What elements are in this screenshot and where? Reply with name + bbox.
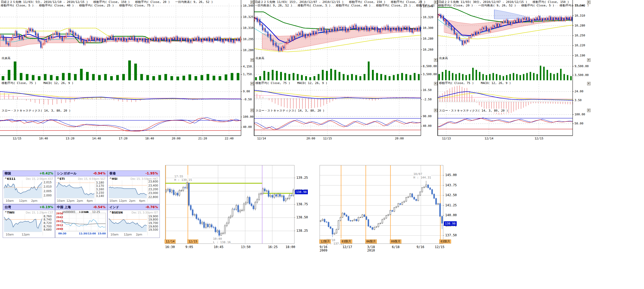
- y-axis-tick-label: 19,500: [148, 228, 158, 231]
- market-name: インド: [109, 204, 119, 210]
- x-axis-tick-label: 10am: [6, 199, 14, 202]
- y-axis-tick-label: 145.00: [445, 173, 457, 177]
- price-annotation: 17:55 H : 139.15: [174, 175, 192, 182]
- x-axis-tick-label: 16:30: [165, 245, 175, 249]
- x-axis-tick-label: 18:00: [286, 245, 295, 249]
- x-axis-tick-label: 11:30/13:00: [79, 232, 96, 235]
- y-axis-tick-label: 100.00: [575, 113, 585, 116]
- x-axis-tick-label: 12/14: [257, 137, 266, 140]
- panel-scroll-icon[interactable]: ◤: [250, 1, 254, 4]
- market-change-badge: -0.54%: [93, 204, 106, 210]
- panel-scroll-icon[interactable]: ◤: [587, 1, 591, 4]
- date-label-box: 12限月: [319, 239, 331, 244]
- panel-scroll-icon[interactable]: ◤: [434, 109, 437, 112]
- y-axis-tick-label: 138.25: [296, 229, 308, 233]
- x-axis-tick-label: 17:20: [119, 137, 127, 140]
- date-label-box: 03限月: [340, 239, 352, 244]
- market-change-badge: -0.76%: [145, 204, 158, 210]
- y-axis-tick-label: 2,000: [44, 194, 52, 197]
- x-axis-tick-label: 3/18: [367, 245, 375, 249]
- market-header: 台湾 +0.19%: [3, 204, 55, 210]
- market-mini-chart-hongkong[interactable]: 香港 -1.95% ^HSI Dec 15, 3:59pm HKT © Yaho…: [107, 170, 160, 204]
- market-header: シンガポール -0.94%: [55, 171, 107, 176]
- y-axis-tick-label: 10,295: [243, 37, 254, 41]
- market-header: 韓国 +0.42%: [3, 171, 55, 176]
- panel-scroll-icon[interactable]: ◤: [250, 82, 254, 85]
- x-axis-tick-label: 10am: [110, 233, 118, 236]
- nikkei225-15min-chart-panel: 日経２２５先物 11/03( 15分, 2010/12/07 - 2010/12…: [254, 0, 437, 144]
- chart-legend: 移動平均( Close, 20 ) 一目均衡表( 9, 26, 52 ) 移動平…: [438, 4, 588, 7]
- market-mini-chart-india[interactable]: インド -0.76% ^BSESN Dec 15, 3:30pm IST © Y…: [107, 204, 160, 238]
- market-name: 香港: [109, 171, 116, 176]
- y-axis-tick-label: 19,600: [148, 225, 158, 228]
- x-axis-tick-label: 13:50: [241, 245, 250, 249]
- date-label-box: 12/14: [165, 239, 176, 244]
- x-axis-tick-label: 12pm: [119, 199, 127, 202]
- x-axis-year-label: 2009: [320, 249, 327, 252]
- market-mini-chart-taiwan[interactable]: 台湾 +0.19% ^TWII Dec 15, 1:29pm CST © Yah…: [3, 204, 55, 238]
- x-axis-tick-label: 12pm: [19, 199, 27, 202]
- market-change-badge: +0.19%: [39, 204, 53, 210]
- y-axis-tick-label: 19,800: [148, 218, 158, 221]
- x-axis-tick-label: 15:00: [98, 232, 106, 235]
- market-mini-chart-shanghai[interactable]: 中国 上海 -0.54% sh000001 上证指数 12-15 15:00 s…: [55, 204, 107, 238]
- panel-scroll-icon[interactable]: ◤: [434, 1, 437, 4]
- y-axis-tick-label: 2912: [56, 224, 63, 227]
- x-axis-tick-label: 9/16: [320, 245, 327, 249]
- y-axis-tick-label: 3,500.00: [575, 73, 589, 77]
- y-axis-tick-label: 10,280: [575, 24, 585, 27]
- market-name: 台湾: [5, 204, 11, 210]
- y-axis-tick-label: 19,900: [148, 215, 158, 218]
- grid-layer: [0, 4, 241, 136]
- volume-bars-layer: [255, 62, 420, 80]
- y-axis-tick-label: 2,015: [44, 181, 52, 184]
- x-axis-tick-label: 10am: [57, 199, 65, 202]
- panel-scroll-icon[interactable]: ◤: [250, 109, 254, 112]
- y-axis-tick-label: 90.00: [423, 115, 432, 118]
- panel-scroll-icon[interactable]: ◤: [587, 82, 591, 85]
- y-axis-tick-label: 8,740: [44, 218, 52, 221]
- x-axis-tick-label: 12/15: [13, 137, 21, 140]
- x-axis-tick-label: 10:40: [39, 137, 48, 140]
- macd-layer: [0, 92, 241, 105]
- market-mini-chart-korea[interactable]: 韓国 +0.42% ^KS11 Dec 15, 2:56pm KST © Yah…: [3, 170, 55, 204]
- x-axis-tick-label: 16:25: [268, 245, 278, 249]
- y-axis-tick-label: 138.75: [296, 202, 308, 206]
- x-axis-tick-label: 12/13: [442, 137, 451, 140]
- x-axis-tick-label: 9/16: [417, 245, 424, 249]
- ichimoku-cloud-layer: [262, 28, 421, 51]
- y-axis-tick-label: 3,140: [96, 194, 104, 197]
- y-axis-tick-label: 10,190: [575, 54, 585, 57]
- y-axis-tick-label: 10,220: [575, 44, 585, 47]
- stochastics-section-label: スロー・ストキャスティクス( 14, 3, 80, 20 ): [1, 109, 71, 113]
- current-price-box: 138.98: [444, 221, 457, 226]
- y-axis-tick-label: 141.25: [445, 203, 457, 207]
- y-axis-tick-label: -2.50: [423, 98, 432, 101]
- panel-scroll-icon[interactable]: ◤: [587, 58, 591, 62]
- y-axis-tick-label: 8,500.00: [423, 64, 437, 68]
- panel-scroll-icon[interactable]: ◤: [250, 58, 254, 62]
- x-axis-tick-label: 10am: [109, 199, 117, 202]
- y-axis-tick-label: 10,250: [575, 34, 585, 37]
- macd-section-label: 移動平均( Close, 75 ) MACD( 12, 26, 9 ): [255, 81, 328, 85]
- date-label-box: 03限月: [439, 239, 451, 244]
- panel-scroll-icon[interactable]: ◤: [434, 82, 437, 85]
- x-axis-tick-label: 4pm: [139, 199, 145, 202]
- date-label-box: 09限月: [390, 239, 401, 244]
- macd-section-label: 移動平均( Close, 75 ) MACD( 12, 26, 9 ): [439, 81, 511, 85]
- y-axis-tick-label: 140.00: [445, 213, 457, 217]
- x-axis-tick-label: 21:20: [198, 137, 207, 140]
- y-axis-tick-label: 10,340: [243, 4, 254, 7]
- panel-scroll-icon[interactable]: ◤: [587, 109, 591, 112]
- stochastics-layer: [437, 118, 573, 129]
- current-price-box: 138.98: [295, 190, 308, 194]
- market-header: インド -0.76%: [108, 204, 160, 210]
- price-annotation: 10:40 L : 138.16: [213, 237, 231, 244]
- y-axis-tick-label: 24.00: [575, 90, 583, 93]
- panel-scroll-icon[interactable]: ◤: [434, 58, 437, 62]
- chart-legend: 移動平均( Close, 5 ) 移動平均( Close, 40 ) 移動平均(…: [1, 4, 154, 7]
- date-label-box: 12/15: [187, 239, 198, 244]
- y-axis-tick-label: 9,500.00: [575, 64, 589, 68]
- y-axis-tick-label: 19,700: [148, 221, 158, 225]
- market-mini-chart-singapore[interactable]: シンガポール -0.94% ^STI Dec 15, 4:59pm SGT © …: [55, 170, 107, 204]
